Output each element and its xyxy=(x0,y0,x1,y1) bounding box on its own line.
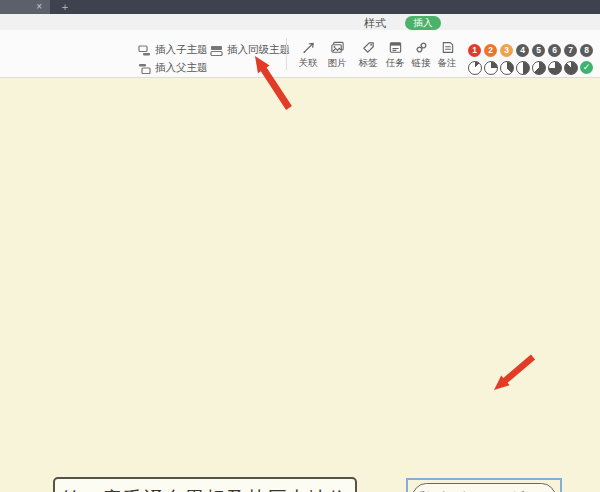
root-topic-node[interactable]: 第一章毛泽东思想及其历史地位 xyxy=(53,477,357,492)
priority-marker-1[interactable]: 1 xyxy=(468,44,481,57)
toolbar: 插入子主题 插入同级主题 插入父主题 关联 图片 标签 xyxy=(0,30,600,78)
note-tool-label: 备注 xyxy=(438,57,457,70)
insert-child-topic-button[interactable]: 插入子主题 xyxy=(138,43,208,57)
mindmap-canvas[interactable]: 第一章毛泽东思想及其历史地位 毛泽东思想的形形成和发展 xyxy=(0,78,600,492)
progress-marker-63[interactable] xyxy=(532,61,546,75)
relationship-tool[interactable]: 关联 xyxy=(293,39,323,70)
insert-child-topic-label: 插入子主题 xyxy=(155,43,208,57)
sibling-topic-icon xyxy=(210,45,223,56)
priority-marker-6[interactable]: 6 xyxy=(548,44,561,57)
link-tool-label: 链接 xyxy=(412,57,431,70)
progress-marker-50[interactable] xyxy=(516,61,530,75)
priority-marker-8[interactable]: 8 xyxy=(580,44,593,57)
insert-menu-button[interactable]: 插入 xyxy=(405,16,441,30)
image-icon xyxy=(330,39,345,55)
priority-marker-5[interactable]: 5 xyxy=(532,44,545,57)
progress-marker-75[interactable] xyxy=(548,61,562,75)
toolbar-divider xyxy=(286,38,287,70)
close-tab-icon[interactable]: × xyxy=(36,2,42,12)
progress-marker-38[interactable] xyxy=(500,61,514,75)
progress-marker-12[interactable] xyxy=(468,61,482,75)
tag-tool-label: 标签 xyxy=(359,57,378,70)
child-topic-node[interactable]: 毛泽东思想的形形成和发展 xyxy=(412,483,556,492)
task-done-marker[interactable]: ✓ xyxy=(580,61,593,74)
note-tool[interactable]: 备注 xyxy=(432,39,462,70)
document-tab[interactable]: × xyxy=(0,0,50,14)
tag-icon xyxy=(361,39,376,55)
image-tool[interactable]: 图片 xyxy=(322,39,352,70)
priority-marker-3[interactable]: 3 xyxy=(500,44,513,57)
link-icon xyxy=(414,39,429,55)
insert-parent-topic-label: 插入父主题 xyxy=(155,61,208,75)
priority-marker-4[interactable]: 4 xyxy=(516,44,529,57)
priority-marker-7[interactable]: 7 xyxy=(564,44,577,57)
insert-sibling-topic-button[interactable]: 插入同级主题 xyxy=(210,43,290,57)
progress-marker-25[interactable] xyxy=(484,61,498,75)
window-tab-bar: × + xyxy=(0,0,600,14)
tag-tool[interactable]: 标签 xyxy=(353,39,383,70)
note-icon xyxy=(440,39,455,55)
task-icon xyxy=(388,39,403,55)
task-tool-label: 任务 xyxy=(386,57,405,70)
priority-marker-2[interactable]: 2 xyxy=(484,44,497,57)
insert-parent-topic-button[interactable]: 插入父主题 xyxy=(138,61,208,75)
relationship-arrow-icon xyxy=(301,39,316,55)
style-menu-item[interactable]: 样式 xyxy=(364,16,386,31)
parent-topic-icon xyxy=(138,63,151,74)
image-tool-label: 图片 xyxy=(328,57,347,70)
menu-bar xyxy=(0,14,600,30)
relationship-tool-label: 关联 xyxy=(299,57,318,70)
new-tab-button[interactable]: + xyxy=(57,0,73,14)
progress-marker-88[interactable] xyxy=(564,61,578,75)
child-topic-icon xyxy=(138,45,151,56)
insert-sibling-topic-label: 插入同级主题 xyxy=(227,43,290,57)
